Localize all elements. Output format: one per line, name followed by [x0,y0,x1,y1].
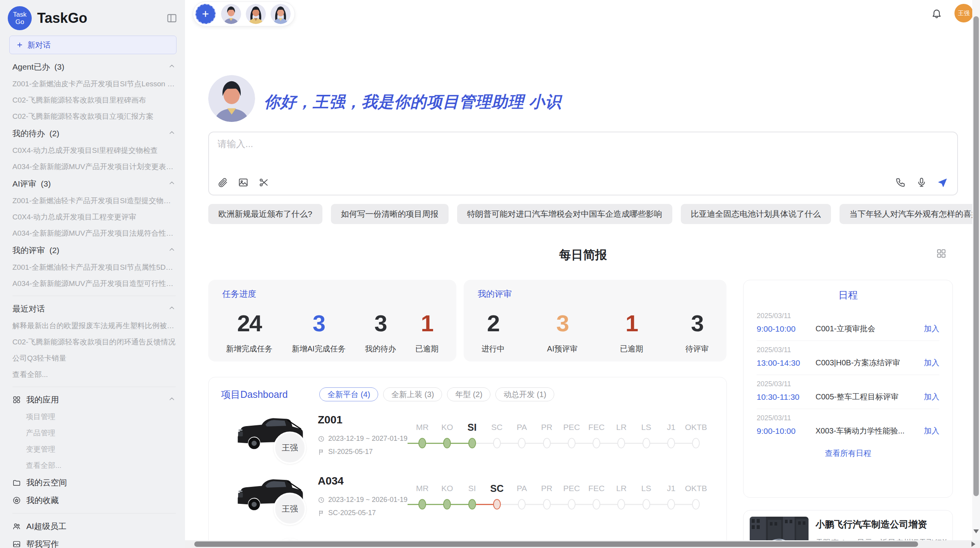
dashboard-tab[interactable]: 动总开发 (1) [495,387,554,401]
join-link[interactable]: 加入 [924,392,939,402]
vertical-scrollbar-thumb[interactable] [973,16,979,496]
schedule-name: X003-车辆动力学性能验... [816,426,919,436]
sidebar-item-cloud-folder[interactable]: 我的云空间 [12,474,176,491]
sidebar-app-child[interactable]: 查看全部... [12,457,176,474]
dashboard-tab[interactable]: 全新平台 (4) [319,387,378,401]
schedule-item: 2025/03/11 9:00-10:00 C001-立项审批会 加入 [757,307,939,341]
stat-label: 新增完成任务 [226,344,272,354]
stat-card-title: 任务进度 [222,288,442,300]
header-right: 王强 [931,4,973,22]
clock-icon [318,435,325,442]
sidebar-section-2-header[interactable]: AI评审 (3) [12,175,176,193]
sidebar-item-my-apps[interactable]: 我的应用 [12,391,176,409]
project-name[interactable]: A034 [318,475,344,487]
section-label: 最近对话 [12,303,45,314]
dashboard-tab[interactable]: 年型 (2) [447,387,490,401]
sidebar-item[interactable]: C02-飞腾新能源轻客改款项目立项汇报方案 [12,108,176,125]
dashboard-title: 项目Dashboard [221,388,288,401]
milestone-dot-FEC [593,499,600,510]
sidebar-item[interactable]: Z001-全新燃油皮卡产品开发项目SI节点Lesson Learn报告 [12,76,176,92]
horizontal-scrollbar-thumb[interactable] [194,541,918,547]
clock-icon [318,497,325,503]
sidebar-item[interactable]: C0X4-动力总成开发项目工程变更评审 [12,209,176,225]
layout-grid-icon[interactable] [936,248,946,259]
join-link[interactable]: 加入 [924,358,939,368]
sidebar-item[interactable]: A034-全新新能源MUV产品开发项目计划变更表编写 [12,159,176,175]
sidebar-section-0-header[interactable]: Agent已办 (3) [12,58,176,76]
milestone-dot-MR [418,499,426,510]
milestone-label-PR: PR [541,484,552,493]
sidebar-item[interactable]: Z001-全新燃油轻卡产品开发项目SI节点属性5D文件评审 [12,259,176,276]
mic-icon [916,177,927,188]
milestone-label-LS: LS [641,423,651,432]
scroll-down-arrow[interactable] [973,529,979,535]
join-link[interactable]: 加入 [924,426,939,436]
notification-bell-icon[interactable] [931,8,942,19]
sidebar-tool-people[interactable]: AI超级员工 [12,517,176,535]
sidebar-item[interactable]: 公司Q3轻卡销量 [12,350,176,366]
sidebar-section-3-header[interactable]: 我的评审 (2) [12,241,176,259]
divider [12,296,176,296]
schedule-name: C003|H0B-方案冻结评审 [816,358,919,368]
sidebar-item-star-circle[interactable]: 我的收藏 [12,491,176,509]
add-agent-button[interactable] [195,4,216,24]
sidebar-section-4-header[interactable]: 最近对话 [12,300,176,318]
chevron-up-icon [168,304,176,312]
suggestion-chip[interactable]: 比亚迪全固态电池计划具体说了什么 [681,204,831,224]
sidebar-section-1-header[interactable]: 我的待办 (2) [12,125,176,142]
stat-已逾期: 1 已逾期 [415,310,439,354]
prompt-input-box [208,132,958,195]
new-chat-button[interactable]: 新对话 [9,36,176,54]
agent-avatar-1[interactable] [221,4,241,24]
milestone-label-J1: J1 [667,484,675,493]
image-button[interactable] [238,177,248,189]
project-flag: SC-2025-05-17 [318,509,376,517]
horizontal-scrollbar[interactable] [185,540,980,548]
project-name[interactable]: Z001 [318,414,343,426]
sidebar-app-child[interactable]: 产品管理 [12,425,176,441]
scissors-icon [259,177,269,188]
stat-value: 3 [685,310,709,337]
sidebar-app-child[interactable]: 变更管理 [12,441,176,457]
phone-button[interactable] [895,177,906,189]
sidebar-item[interactable]: 查看全部... [12,366,176,383]
sidebar-item[interactable]: A034-全新新能源MUV产品开发项目造型可行性评审 [12,276,176,292]
sidebar-item[interactable]: C0X4-动力总成开发项目SI里程碑提交物检查 [12,142,176,159]
sidebar-collapse-icon[interactable] [166,13,177,24]
milestone-label-SC: SC [490,483,504,494]
user-avatar[interactable]: 王强 [954,4,973,22]
vertical-scrollbar[interactable] [972,0,980,540]
mic-button[interactable] [916,177,927,189]
tool-label: AI超级员工 [26,521,67,532]
dashboard-tab[interactable]: 全新上装 (3) [383,387,442,401]
agent-avatars [221,4,291,24]
sidebar-app-child[interactable]: 项目管理 [12,409,176,425]
greeting-text: 你好，王强，我是你的项目管理助理 小识 [264,91,561,113]
schedule-time: 9:00-10:00 [757,324,816,334]
prompt-input[interactable] [218,138,837,173]
sidebar-tool-write[interactable]: 帮我写作 [12,535,176,548]
join-link[interactable]: 加入 [924,324,939,334]
suggestion-chip[interactable]: 特朗普可能对进口汽车增税会对中国车企造成哪些影响 [457,204,672,224]
schedule-item: 2025/03/11 10:30-11:30 C005-整车工程目标评审 加入 [757,375,939,409]
agent-avatar-3[interactable] [271,4,291,24]
milestone-dot-OKTB [692,499,700,510]
view-all-schedule-link[interactable]: 查看所有日程 [757,443,939,464]
suggestion-chip[interactable]: 当下年轻人对汽车外观有怎样的喜好趋势 [840,204,980,224]
milestone-dot-LR [617,499,625,510]
milestone-label-PEC: PEC [563,423,580,432]
sidebar-item[interactable]: C02-飞腾新能源轻客改款项目里程碑画布 [12,92,176,108]
paperclip-button[interactable] [218,177,228,189]
send-button[interactable] [937,177,948,189]
suggestion-chip[interactable]: 欧洲新规最近颁布了什么? [208,204,322,224]
suggestion-chip[interactable]: 如何写一份清晰的项目周报 [331,204,449,224]
sidebar-item[interactable]: 解释最新出台的欧盟报废车法规再生塑料比例被调至15%... [12,318,176,334]
scroll-right-arrow[interactable] [971,541,977,547]
agent-avatar-2[interactable] [246,4,266,24]
scissors-button[interactable] [259,177,269,189]
sidebar-item[interactable]: Z001-全新燃油轻卡产品开发项目SI造型提交物评审 [12,193,176,209]
sidebar-item[interactable]: C02-飞腾新能源轻客改款项目的闭环通告反馈情况 [12,334,176,350]
sidebar-item[interactable]: A034-全新新能源MUV产品开发项目法规符合性评审 [12,225,176,241]
stat-value: 1 [415,310,439,337]
schedule-card: 日程 2025/03/11 9:00-10:00 C001-立项审批会 加入 2… [743,280,953,498]
